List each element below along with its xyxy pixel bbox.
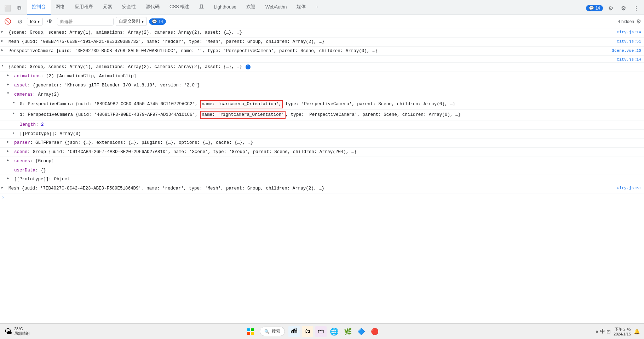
duplicate-tab-icon[interactable]: ⧉ bbox=[14, 3, 24, 13]
tab-elements[interactable]: 元素 bbox=[98, 0, 117, 15]
notification-icon[interactable]: 🔔 bbox=[634, 329, 640, 334]
message-count-badge[interactable]: 💬 14 bbox=[586, 5, 603, 11]
row-source-r4[interactable]: City.js:14 bbox=[617, 56, 644, 62]
tab-sources[interactable]: 源代码 bbox=[141, 0, 165, 15]
display-icon[interactable]: ⊡ bbox=[606, 329, 611, 334]
tab-application[interactable]: 应用程序 bbox=[70, 0, 98, 15]
console-row-15: scenes: [Group] bbox=[0, 157, 644, 166]
row-content-r1: {scene: Group, scenes: Array(1), animati… bbox=[7, 29, 617, 36]
taskbar-app-4[interactable]: 🌿 bbox=[342, 326, 353, 337]
filter-input[interactable] bbox=[57, 18, 114, 26]
row-content-r8: cameras: Array(2) bbox=[13, 91, 644, 98]
clear-console-icon[interactable]: 🚫 bbox=[3, 17, 13, 27]
row-key-r14: scene bbox=[14, 149, 28, 154]
msg-icon-toolbar: 💬 bbox=[152, 19, 157, 24]
expand-arrow-r8[interactable] bbox=[7, 91, 13, 95]
weather-info: 28°C 局部晴朗 bbox=[14, 327, 30, 336]
row-source-r1[interactable]: City.js:14 bbox=[617, 29, 644, 34]
message-count-badge-toolbar[interactable]: 💬 14 bbox=[149, 18, 166, 25]
row-content-r12: [[Prototype]]: Array(0) bbox=[18, 130, 644, 138]
lang-icon[interactable]: 中 bbox=[600, 328, 605, 335]
tab-media[interactable]: 媒体 bbox=[292, 0, 311, 15]
console-row-6: animations: (2) [AnimationClip, Animatio… bbox=[0, 72, 644, 81]
tab-and[interactable]: 且 bbox=[194, 0, 209, 15]
row-source-r2[interactable]: City.js:51 bbox=[617, 38, 644, 44]
tab-welcome[interactable]: 欢迎 bbox=[241, 0, 260, 15]
context-label: top bbox=[30, 19, 36, 24]
svg-rect-3 bbox=[251, 332, 254, 335]
row-content-r5: {scene: Group, scenes: Array(1), animati… bbox=[7, 63, 644, 71]
row-content-r17: [[Prototype]]: Object bbox=[13, 176, 644, 183]
tab-console[interactable]: 控制台 bbox=[27, 0, 51, 15]
weather-desc: 局部晴朗 bbox=[14, 331, 30, 336]
taskbar-app-2[interactable]: 🗂 bbox=[302, 326, 313, 337]
row-val-r11: 2 bbox=[41, 122, 44, 127]
expand-arrow-r1[interactable] bbox=[1, 29, 7, 34]
expand-arrow-r5[interactable] bbox=[1, 63, 7, 68]
cursor-chevron-icon[interactable]: › bbox=[1, 195, 4, 200]
row-key-r8: cameras bbox=[14, 92, 33, 97]
row-text-r17: [[Prototype]]: Object bbox=[14, 177, 70, 182]
context-selector[interactable]: top ▾ bbox=[27, 18, 43, 26]
taskbar-app-6[interactable]: 🔴 bbox=[369, 326, 380, 337]
expand-arrow-r9[interactable] bbox=[13, 100, 18, 104]
tab-webauthn[interactable]: WebAuthn bbox=[260, 0, 292, 15]
tab-security[interactable]: 安全性 bbox=[117, 0, 141, 15]
row-source-r18[interactable]: City.js:51 bbox=[617, 185, 644, 190]
expand-arrow-r12[interactable] bbox=[13, 130, 18, 135]
cursor-row[interactable]: › bbox=[0, 193, 644, 202]
tabs-bar: ⬜ ⧉ 控制台 网络 应用程序 元素 安全性 源代码 CSS 概述 且 Ligh… bbox=[0, 0, 644, 15]
log-level-dropdown-icon: ▾ bbox=[142, 19, 144, 24]
console-row-13: parser: GLTFParser {json: {…}, extension… bbox=[0, 139, 644, 148]
remote-devices-icon[interactable]: ⚙ bbox=[606, 3, 616, 13]
expand-arrow-r7[interactable] bbox=[7, 82, 13, 86]
search-bar[interactable]: 🔍 搜索 bbox=[260, 327, 285, 336]
console-row-8: cameras: Array(2) bbox=[0, 90, 644, 100]
expand-arrow-r18[interactable] bbox=[1, 185, 7, 190]
expand-arrow-r2[interactable] bbox=[1, 38, 7, 43]
row-content-r10: 1: PerspectiveCamera {uuid: '406817F3-90… bbox=[18, 111, 644, 119]
console-row-5: {scene: Group, scenes: Array(1), animati… bbox=[0, 63, 644, 72]
row-key-r6: animations bbox=[14, 74, 41, 79]
taskbar-system-icons: ∧ 中 ⊡ bbox=[595, 328, 611, 335]
more-options-icon[interactable]: ⋮ bbox=[631, 3, 641, 13]
clock: 下午 2:45 2024/1/15 bbox=[614, 327, 631, 336]
console-row-9: 0: PerspectiveCamera {uuid: '8B9CA9B2-CC… bbox=[0, 99, 644, 110]
expand-arrow-r3[interactable] bbox=[1, 47, 7, 52]
settings-icon[interactable]: ⚙ bbox=[619, 3, 628, 13]
row-source-r3[interactable]: Scene.vue:25 bbox=[612, 47, 644, 53]
tab-lighthouse[interactable]: Lighthouse bbox=[209, 0, 241, 15]
row-content-r2: Mesh {uuid: '09EB7475-6E38-4191-AF21-8E3… bbox=[7, 38, 617, 46]
tab-network[interactable]: 网络 bbox=[51, 0, 70, 15]
taskbar-app-3[interactable]: 🗃 bbox=[315, 326, 327, 337]
expand-arrow-r15[interactable] bbox=[7, 158, 13, 162]
eye-icon[interactable]: 👁 bbox=[45, 17, 55, 27]
svg-rect-1 bbox=[251, 328, 254, 331]
chevron-up-icon[interactable]: ∧ bbox=[595, 329, 599, 334]
tab-css-overview[interactable]: CSS 概述 bbox=[165, 0, 194, 15]
console-row-3: PerspectiveCamera {uuid: '3E20273D-B5CB-… bbox=[0, 47, 644, 56]
console-row-7: asset: {generator: 'Khronos glTF Blender… bbox=[0, 81, 644, 90]
console-row-12: [[Prototype]]: Array(0) bbox=[0, 130, 644, 139]
row-content-r16: userData: {} bbox=[13, 167, 644, 174]
expand-arrow-r6[interactable] bbox=[7, 73, 13, 77]
row-content-r18: Mesh {uuid: '7EB4027C-8C42-4E23-ABE3-F58… bbox=[7, 185, 617, 192]
row-key-r13: parser bbox=[14, 140, 30, 145]
console-content: {scene: Group, scenes: Array(1), animati… bbox=[0, 28, 644, 323]
start-button[interactable] bbox=[245, 326, 256, 337]
log-level-selector[interactable]: 自定义级别 ▾ bbox=[116, 17, 147, 26]
row-text-r18: Mesh {uuid: '7EB4027C-8C42-4E23-ABE3-F58… bbox=[8, 186, 324, 191]
tab-add[interactable]: + bbox=[311, 0, 323, 15]
expand-arrow-r13[interactable] bbox=[7, 139, 13, 144]
expand-arrow-r10[interactable] bbox=[13, 111, 18, 115]
filter-icon[interactable]: ⊘ bbox=[15, 17, 25, 27]
settings-gear-icon[interactable]: ⚙ bbox=[636, 18, 641, 25]
expand-arrow-r17[interactable] bbox=[7, 176, 13, 180]
taskbar-app-edge[interactable]: 🌐 bbox=[329, 326, 340, 337]
expand-arrow-r14[interactable] bbox=[7, 148, 13, 153]
row-text-after-r9: type: 'PerspectiveCamera', parent: Scene… bbox=[283, 102, 455, 107]
new-tab-icon[interactable]: ⬜ bbox=[3, 3, 13, 13]
row-text-r2: Mesh {uuid: '09EB7475-6E38-4191-AF21-8E3… bbox=[8, 39, 324, 44]
taskbar-app-5[interactable]: 🔷 bbox=[356, 326, 367, 337]
taskbar-app-1[interactable]: 🏙 bbox=[288, 326, 300, 337]
